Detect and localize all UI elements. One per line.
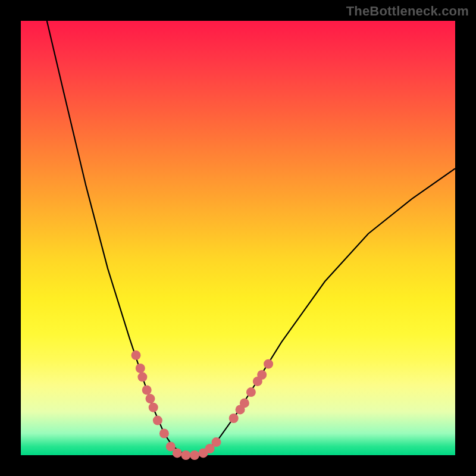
- cluster-point: [136, 364, 145, 373]
- cluster-point: [149, 403, 158, 412]
- cluster-point: [173, 448, 182, 458]
- cluster-point: [131, 350, 141, 360]
- cluster-point: [240, 398, 249, 408]
- cluster-point: [264, 359, 273, 369]
- cluster-point: [212, 437, 221, 447]
- cluster-point: [137, 372, 147, 382]
- cluster-point: [181, 450, 190, 460]
- chart-frame: TheBottleneck.com: [0, 0, 476, 476]
- cluster-point: [159, 429, 169, 439]
- cluster-point: [146, 394, 155, 403]
- cluster-point: [153, 416, 162, 425]
- cluster-point: [229, 414, 239, 423]
- cluster-point: [190, 450, 199, 460]
- cluster-point: [142, 386, 152, 395]
- cluster-markers: [131, 350, 274, 460]
- cluster-point: [246, 387, 256, 397]
- plot-area: [21, 21, 455, 455]
- watermark-text: TheBottleneck.com: [346, 4, 469, 19]
- chart-svg: [21, 21, 455, 455]
- cluster-point: [257, 370, 267, 380]
